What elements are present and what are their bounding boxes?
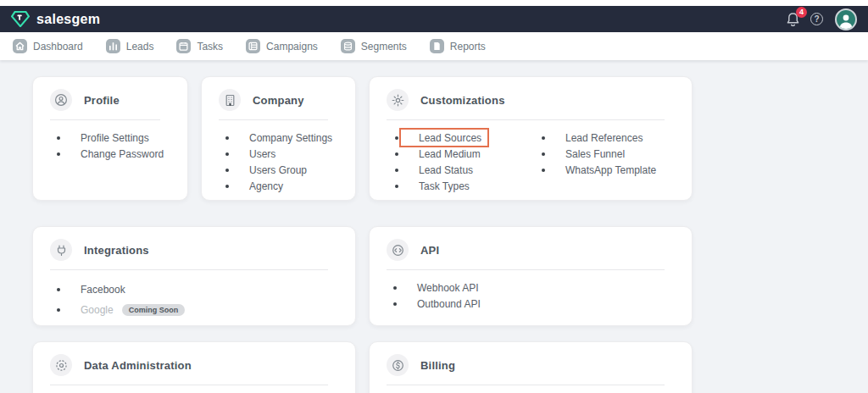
link-task-types[interactable]: Task Types (395, 178, 539, 194)
nav-item-dashboard[interactable]: Dashboard (13, 39, 83, 53)
card-customizations: Customizations Lead Sources Lead Medium … (369, 76, 693, 201)
plug-icon (50, 239, 72, 261)
link-lead-sources[interactable]: Lead Sources (395, 130, 539, 146)
profile-icon (50, 89, 72, 111)
nav-label: Campaigns (266, 41, 318, 53)
bullet (542, 152, 545, 156)
home-icon (13, 39, 27, 53)
card-data-administration: Data Administration (32, 341, 356, 393)
nav-item-tasks[interactable]: Tasks (176, 39, 223, 53)
help-button[interactable]: ? (810, 13, 823, 25)
bullet (57, 308, 60, 312)
card-title: API (420, 244, 439, 257)
link-lead-medium[interactable]: Lead Medium (395, 146, 539, 162)
link-webhook-api[interactable]: Webhook API (393, 280, 692, 296)
bullet (225, 136, 229, 140)
card-title: Company (253, 94, 304, 107)
notifications-button[interactable]: 4 (786, 12, 801, 27)
window-top-strip (0, 0, 868, 6)
nav-item-campaigns[interactable]: Campaigns (246, 39, 318, 53)
link-users-group[interactable]: Users Group (225, 162, 355, 178)
bullet (542, 136, 545, 140)
card-title: Integrations (84, 244, 149, 257)
divider (387, 269, 665, 270)
card-integrations: Integrations Facebook Google Coming Soon (32, 226, 356, 326)
link-facebook[interactable]: Facebook (57, 280, 355, 300)
data-gear-icon (50, 354, 72, 376)
calendar-icon (176, 39, 191, 53)
nav-item-segments[interactable]: Segments (341, 39, 407, 53)
card-api: API Webhook API Outbound API (369, 226, 693, 326)
database-icon (341, 39, 355, 53)
gem-logo-icon (11, 11, 30, 27)
bullet (57, 288, 60, 291)
card-title: Customizations (420, 94, 505, 107)
nav-item-leads[interactable]: Leads (106, 39, 154, 53)
bullet (395, 169, 398, 172)
list-icon (246, 39, 260, 53)
bullet (225, 169, 229, 172)
card-company: Company Company Settings Users Users Gro… (201, 76, 356, 201)
link-google: Google Coming Soon (57, 300, 355, 320)
document-icon (430, 39, 444, 53)
brand-name: salesgem (36, 12, 100, 27)
main-nav: Dashboard Leads Tasks Campaigns Segments… (0, 32, 868, 60)
api-gear-icon (387, 239, 409, 261)
divider (50, 119, 160, 120)
bullet (225, 185, 229, 188)
divider (50, 269, 328, 270)
topbar: salesgem 4 ? (0, 6, 868, 32)
nav-label: Leads (126, 41, 154, 53)
link-sales-funnel[interactable]: Sales Funnel (542, 146, 656, 162)
link-lead-references[interactable]: Lead References (542, 130, 656, 146)
card-title: Data Administration (84, 359, 192, 372)
bullet (57, 136, 60, 140)
coin-icon (387, 354, 409, 376)
bar-chart-icon (106, 39, 120, 53)
card-billing: Billing (369, 341, 693, 393)
link-change-password[interactable]: Change Password (57, 146, 187, 162)
nav-label: Segments (361, 41, 407, 53)
link-company-settings[interactable]: Company Settings (225, 130, 355, 146)
bullet (395, 136, 398, 140)
brand-logo[interactable]: salesgem (11, 11, 100, 27)
link-profile-settings[interactable]: Profile Settings (57, 130, 187, 146)
divider (50, 385, 328, 385)
card-title: Billing (420, 359, 455, 372)
bullet (395, 185, 398, 188)
nav-label: Tasks (197, 41, 223, 53)
nav-item-reports[interactable]: Reports (430, 39, 486, 53)
divider (387, 385, 665, 385)
coming-soon-badge: Coming Soon (122, 304, 186, 316)
nav-label: Reports (450, 41, 486, 53)
bullet (225, 152, 229, 156)
gear-icon (387, 89, 409, 111)
link-whatsapp-template[interactable]: WhatsApp Template (542, 162, 656, 178)
question-mark-icon: ? (814, 14, 819, 24)
bullet (395, 152, 398, 156)
nav-label: Dashboard (33, 41, 83, 53)
link-agency[interactable]: Agency (225, 178, 355, 194)
building-icon (219, 89, 241, 111)
bullet (393, 286, 397, 290)
link-outbound-api[interactable]: Outbound API (393, 296, 692, 312)
bullet (393, 302, 397, 306)
notification-count-badge: 4 (796, 7, 807, 18)
link-users[interactable]: Users (225, 146, 355, 162)
bullet (542, 169, 545, 172)
user-avatar[interactable] (835, 8, 857, 30)
link-lead-status[interactable]: Lead Status (395, 162, 539, 178)
settings-page: Profile Profile Settings Change Password… (0, 60, 868, 393)
divider (219, 119, 328, 120)
bullet (57, 152, 60, 156)
person-icon (837, 13, 854, 29)
card-profile: Profile Profile Settings Change Password (32, 76, 188, 201)
card-title: Profile (84, 94, 120, 107)
